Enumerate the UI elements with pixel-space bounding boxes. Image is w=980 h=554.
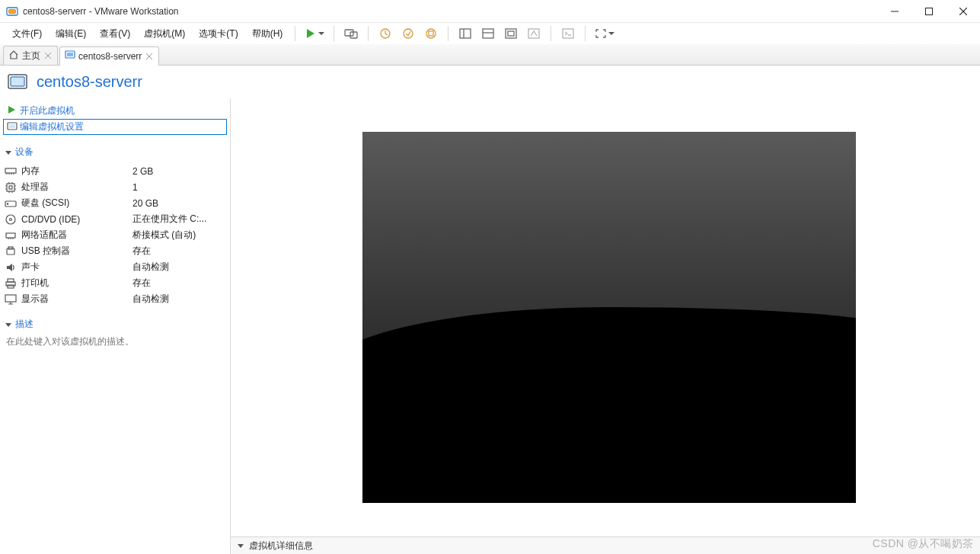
close-icon[interactable] bbox=[43, 51, 53, 60]
menu-help[interactable]: 帮助(H) bbox=[246, 25, 289, 43]
svg-rect-8 bbox=[345, 30, 353, 36]
devices-section-label: 设备 bbox=[15, 146, 34, 159]
device-value: 自动检测 bbox=[132, 293, 225, 306]
svg-marker-7 bbox=[318, 32, 324, 35]
menu-edit[interactable]: 编辑(E) bbox=[49, 25, 92, 43]
edit-settings-link[interactable]: 编辑虚拟机设置 bbox=[3, 119, 227, 135]
device-row[interactable]: 网络适配器桥接模式 (自动) bbox=[3, 227, 227, 243]
svg-rect-19 bbox=[508, 31, 514, 36]
device-row[interactable]: 打印机存在 bbox=[3, 275, 227, 291]
maximize-button[interactable] bbox=[911, 0, 946, 23]
chevron-down-icon bbox=[5, 149, 12, 156]
vmware-app-icon bbox=[6, 5, 18, 18]
close-icon[interactable] bbox=[145, 52, 154, 61]
device-label: 处理器 bbox=[21, 181, 132, 194]
svg-marker-50 bbox=[238, 544, 244, 548]
device-label: 显示器 bbox=[21, 293, 132, 306]
minimize-button[interactable] bbox=[877, 0, 911, 23]
svg-marker-49 bbox=[5, 323, 11, 327]
separator bbox=[585, 26, 586, 41]
view-single-button[interactable] bbox=[477, 24, 499, 43]
send-ctrl-alt-del-button[interactable] bbox=[340, 24, 362, 43]
power-on-link[interactable]: 开启此虚拟机 bbox=[3, 103, 227, 119]
printer-icon bbox=[5, 277, 17, 290]
sidebar: 开启此虚拟机 编辑虚拟机设置 设备 内存2 GB处理器1硬盘 (SCSI)20 … bbox=[0, 98, 231, 554]
separator bbox=[448, 26, 449, 41]
separator bbox=[334, 26, 334, 41]
console-view-button[interactable] bbox=[557, 24, 579, 43]
window-controls bbox=[877, 0, 980, 23]
svg-point-39 bbox=[7, 203, 8, 203]
svg-marker-6 bbox=[307, 29, 314, 38]
vm-details-label: 虚拟机详细信息 bbox=[249, 540, 313, 552]
svg-point-11 bbox=[404, 29, 413, 38]
device-value: 1 bbox=[132, 182, 225, 193]
device-row[interactable]: 处理器1 bbox=[3, 179, 227, 195]
menu-file[interactable]: 文件(F) bbox=[6, 25, 48, 43]
device-value: 存在 bbox=[132, 245, 225, 258]
snapshot-manager-button[interactable] bbox=[420, 24, 442, 43]
snapshot-revert-button[interactable] bbox=[397, 24, 419, 43]
chevron-down-icon bbox=[318, 30, 324, 37]
chevron-down-icon bbox=[5, 321, 12, 328]
devices-section-header[interactable]: 设备 bbox=[5, 146, 227, 159]
svg-rect-14 bbox=[460, 29, 471, 38]
view-console-button[interactable] bbox=[455, 24, 476, 43]
tab-home-label: 主页 bbox=[22, 50, 40, 62]
play-icon bbox=[6, 104, 17, 117]
menubar: 文件(F) 编辑(E) 查看(V) 虚拟机(M) 选项卡(T) 帮助(H) bbox=[0, 23, 980, 44]
device-label: 网络适配器 bbox=[21, 229, 132, 242]
device-label: 硬盘 (SCSI) bbox=[21, 197, 132, 210]
svg-marker-34 bbox=[5, 151, 11, 155]
menu-view[interactable]: 查看(V) bbox=[94, 25, 136, 43]
device-label: 打印机 bbox=[21, 277, 132, 290]
svg-rect-18 bbox=[506, 29, 516, 38]
edit-settings-label: 编辑虚拟机设置 bbox=[20, 120, 84, 133]
menu-vm[interactable]: 虚拟机(M) bbox=[138, 25, 191, 43]
description-input[interactable]: 在此处键入对该虚拟机的描述。 bbox=[3, 335, 227, 348]
unity-button[interactable] bbox=[523, 24, 544, 43]
description-section-header[interactable]: 描述 bbox=[5, 318, 227, 331]
memory-icon bbox=[5, 165, 17, 178]
device-row[interactable]: CD/DVD (IDE)正在使用文件 C:... bbox=[3, 211, 227, 227]
device-label: CD/DVD (IDE) bbox=[21, 214, 132, 225]
vm-console-preview[interactable] bbox=[362, 132, 856, 503]
nic-icon bbox=[5, 229, 17, 242]
device-label: 声卡 bbox=[21, 261, 132, 274]
svg-rect-37 bbox=[9, 186, 12, 189]
device-row[interactable]: 内存2 GB bbox=[3, 163, 227, 179]
svg-point-41 bbox=[10, 218, 12, 220]
power-on-button[interactable] bbox=[302, 24, 327, 43]
svg-rect-13 bbox=[429, 31, 433, 36]
view-thumbnail-button[interactable] bbox=[500, 24, 522, 43]
svg-rect-1 bbox=[9, 9, 16, 13]
menu-tabs[interactable]: 选项卡(T) bbox=[193, 25, 244, 43]
svg-rect-16 bbox=[483, 29, 493, 38]
fullscreen-button[interactable] bbox=[592, 24, 618, 43]
close-button[interactable] bbox=[946, 0, 980, 23]
device-row[interactable]: USB 控制器存在 bbox=[3, 243, 227, 259]
device-list: 内存2 GB处理器1硬盘 (SCSI)20 GBCD/DVD (IDE)正在使用… bbox=[3, 163, 227, 307]
titlebar: centos8-serverr - VMware Workstation bbox=[0, 0, 980, 23]
svg-point-12 bbox=[426, 29, 436, 38]
separator bbox=[368, 26, 369, 41]
svg-rect-42 bbox=[6, 233, 15, 238]
power-on-label: 开启此虚拟机 bbox=[20, 104, 75, 117]
separator bbox=[295, 26, 295, 41]
svg-rect-3 bbox=[925, 8, 932, 14]
vm-icon bbox=[65, 50, 75, 62]
device-row[interactable]: 显示器自动检测 bbox=[3, 291, 227, 307]
vm-details-bar[interactable]: 虚拟机详细信息 bbox=[231, 536, 980, 554]
device-row[interactable]: 硬盘 (SCSI)20 GB bbox=[3, 195, 227, 211]
snapshot-take-button[interactable] bbox=[375, 24, 396, 43]
tab-home[interactable]: 主页 bbox=[3, 46, 58, 65]
device-row[interactable]: 声卡自动检测 bbox=[3, 259, 227, 275]
tab-vm[interactable]: centos8-serverr bbox=[59, 46, 159, 66]
sound-icon bbox=[5, 261, 17, 274]
svg-rect-26 bbox=[67, 53, 73, 56]
hdd-icon bbox=[5, 197, 17, 210]
window-title: centos8-serverr - VMware Workstation bbox=[23, 6, 877, 17]
vm-title: centos8-serverr bbox=[37, 73, 142, 91]
separator bbox=[551, 26, 551, 41]
device-value: 自动检测 bbox=[132, 261, 225, 274]
